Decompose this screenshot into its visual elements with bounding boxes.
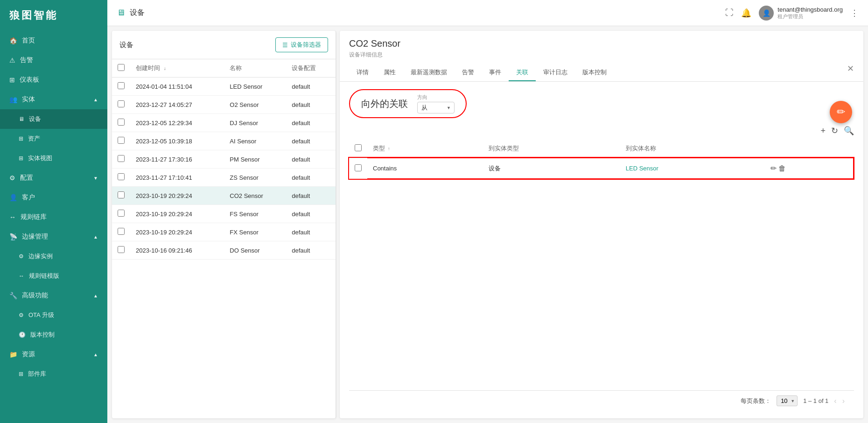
tab-version[interactable]: 版本控制: [575, 64, 614, 81]
device-table-row[interactable]: 2023-10-19 20:29:24 FX Sensor default: [112, 223, 336, 241]
sidebar-item-entity-view[interactable]: ⊞ 实体视图: [0, 148, 107, 168]
row-checkbox[interactable]: [118, 155, 125, 162]
sidebar-item-ota[interactable]: ⚙ OTA 升级: [0, 305, 107, 325]
row-created-time: 2023-10-19 20:29:24: [130, 205, 224, 223]
device-filter-button[interactable]: ☰ 设备筛选器: [275, 37, 328, 52]
fullscreen-icon[interactable]: ⛶: [725, 8, 734, 18]
entity-view-icon: ⊞: [19, 155, 23, 162]
tab-event[interactable]: 事件: [482, 64, 509, 81]
direction-select[interactable]: 从 到: [417, 102, 455, 113]
row-checkbox-cell: [112, 96, 130, 114]
row-checkbox[interactable]: [118, 228, 125, 235]
tab-telemetry[interactable]: 最新遥测数据: [403, 64, 455, 81]
notification-icon[interactable]: 🔔: [741, 8, 751, 18]
row-device-config: default: [286, 132, 336, 150]
row-name: FX Sensor: [224, 223, 286, 241]
per-page-select[interactable]: 5 10 20 50: [777, 395, 798, 406]
sidebar-item-version[interactable]: 🕐 版本控制: [0, 325, 107, 345]
row-name: AI Sensor: [224, 132, 286, 150]
device-table-row[interactable]: 2023-10-19 20:29:24 CO2 Sensor default: [112, 187, 336, 205]
relation-table-row[interactable]: Contains 设备 LED Sensor ✏ 🗑: [349, 158, 854, 179]
sidebar-item-dashboard[interactable]: ⊞ 仪表板: [0, 70, 107, 90]
user-role: 租户管理员: [777, 13, 843, 20]
app-logo: 狼图智能: [0, 0, 107, 31]
device-list-title: 设备: [119, 41, 133, 49]
row-checkbox[interactable]: [118, 100, 125, 107]
sidebar-section-advanced[interactable]: 🔧 高级功能 ▲: [0, 286, 107, 305]
sidebar-section-resources[interactable]: 📁 资源 ▲: [0, 345, 107, 364]
rel-select-all-checkbox[interactable]: [355, 144, 362, 151]
row-checkbox[interactable]: [118, 137, 125, 144]
user-info[interactable]: 👤 tenant@thingsboard.org 租户管理员: [759, 6, 843, 21]
device-table-row[interactable]: 2023-12-27 14:05:27 O2 Sensor default: [112, 96, 336, 114]
tab-relation[interactable]: 关联: [509, 64, 536, 81]
row-checkbox[interactable]: [118, 210, 125, 217]
search-relation-button[interactable]: 🔍: [844, 126, 854, 136]
col-created-time: 创建时间 ↓: [130, 59, 224, 78]
sidebar-section-config[interactable]: ⚙ 配置 ▼: [0, 168, 107, 188]
page-icon: 🖥: [117, 8, 125, 18]
device-table-row[interactable]: 2023-11-27 17:10:41 ZS Sensor default: [112, 169, 336, 187]
sidebar-item-asset[interactable]: ⊞ 资产: [0, 129, 107, 148]
row-checkbox[interactable]: [118, 191, 125, 198]
rel-row-checkbox[interactable]: [355, 164, 362, 171]
device-table-row[interactable]: 2023-10-19 20:29:24 FS Sensor default: [112, 205, 336, 223]
sidebar-item-components[interactable]: ⊞ 部件库: [0, 364, 107, 384]
row-name: FS Sensor: [224, 205, 286, 223]
detail-title-section: CO2 Sensor 设备详细信息: [349, 38, 400, 64]
select-all-checkbox[interactable]: [118, 64, 125, 71]
edit-relation-button[interactable]: ✏: [770, 164, 777, 173]
direction-label: 方向: [417, 94, 455, 101]
tab-attributes[interactable]: 属性: [376, 64, 403, 81]
next-page-button[interactable]: ›: [842, 397, 845, 405]
row-device-config: default: [286, 150, 336, 169]
detail-panel: CO2 Sensor 设备详细信息 ✕ 详情属性最新遥测数据告警事件关联审计日志…: [340, 31, 863, 418]
row-name: LED Sensor: [224, 78, 286, 96]
row-checkbox[interactable]: [118, 119, 125, 126]
more-icon[interactable]: ⋮: [850, 8, 859, 18]
sidebar-item-rule-template[interactable]: ↔ 规则链模版: [0, 266, 107, 286]
rel-sort-icon: ↑: [388, 146, 390, 151]
add-relation-button[interactable]: +: [820, 126, 826, 136]
sidebar-item-home[interactable]: 🏠 首页: [0, 31, 107, 50]
row-checkbox[interactable]: [118, 82, 125, 89]
customer-icon: 👤: [9, 194, 17, 201]
device-table-row[interactable]: 2023-12-05 10:39:18 AI Sensor default: [112, 132, 336, 150]
entity-name-link[interactable]: LED Sensor: [626, 165, 658, 172]
edge-instance-icon: ⚙: [19, 253, 24, 260]
tab-alarm[interactable]: 告警: [455, 64, 482, 81]
dashboard-icon: ⊞: [9, 76, 15, 84]
row-device-config: default: [286, 187, 336, 205]
row-name: DJ Sensor: [224, 114, 286, 132]
row-created-time: 2023-10-19 20:29:24: [130, 223, 224, 241]
row-created-time: 2023-11-27 17:30:16: [130, 150, 224, 169]
sidebar-section-entity[interactable]: 👥 实体 ▲: [0, 90, 107, 109]
prev-page-button[interactable]: ‹: [834, 397, 836, 405]
sidebar-item-rule-chain[interactable]: ↔ 规则链库: [0, 207, 107, 227]
row-checkbox[interactable]: [118, 173, 125, 180]
sidebar-item-alert[interactable]: ⚠ 告警: [0, 50, 107, 70]
row-created-time: 2023-12-27 14:05:27: [130, 96, 224, 114]
edit-fab-button[interactable]: ✏: [830, 101, 852, 123]
row-checkbox-cell: [112, 78, 130, 96]
tab-audit[interactable]: 审计日志: [536, 64, 575, 81]
device-table-row[interactable]: 2023-10-16 09:21:46 DO Sensor default: [112, 241, 336, 260]
delete-relation-button[interactable]: 🗑: [778, 164, 786, 173]
row-checkbox[interactable]: [118, 246, 125, 253]
row-name: ZS Sensor: [224, 169, 286, 187]
sidebar-item-device[interactable]: 🖥 设备: [0, 109, 107, 129]
sidebar-section-edge[interactable]: 📡 边缘管理 ▲: [0, 227, 107, 247]
sidebar-item-edge-instance[interactable]: ⚙ 边缘实例: [0, 247, 107, 266]
relation-table-toolbar: + ↻ 🔍: [349, 126, 854, 136]
rule-chain-icon: ↔: [9, 213, 16, 221]
device-table-row[interactable]: 2023-11-27 17:30:16 PM Sensor default: [112, 150, 336, 169]
row-device-config: default: [286, 205, 336, 223]
device-table-row[interactable]: 2023-12-05 12:29:34 DJ Sensor default: [112, 114, 336, 132]
advanced-chevron-icon: ▲: [93, 293, 98, 298]
device-table-row[interactable]: 2024-01-04 11:51:04 LED Sensor default: [112, 78, 336, 96]
config-icon: ⚙: [9, 174, 15, 182]
sidebar-item-customer[interactable]: 👤 客户: [0, 188, 107, 207]
close-button[interactable]: ✕: [847, 63, 854, 74]
tab-detail[interactable]: 详情: [349, 64, 376, 81]
refresh-relation-button[interactable]: ↻: [831, 126, 838, 136]
